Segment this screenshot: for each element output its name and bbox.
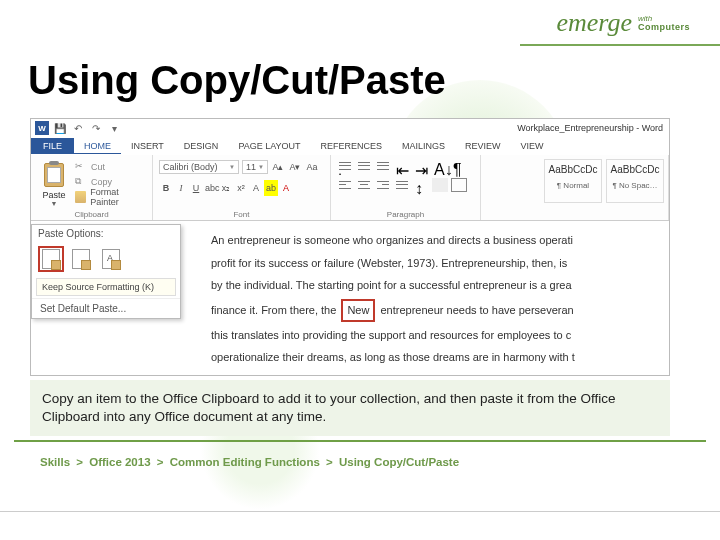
logo-underline [520,44,720,46]
paste-options-menu: Paste Options: A Keep Source Formatting … [31,224,181,319]
font-name-combo[interactable]: Calibri (Body)▼ [159,160,239,174]
justify-button[interactable] [394,178,410,192]
doc-line: An entrepreneur is someone who organizes… [211,231,657,250]
group-label: Clipboard [31,210,152,219]
tab-view[interactable]: VIEW [511,139,554,153]
superscript-button[interactable]: x² [234,180,248,196]
strikethrough-button[interactable]: abc [204,180,218,196]
tab-review[interactable]: REVIEW [455,139,511,153]
section-divider [14,440,706,442]
style-no-spacing[interactable]: AaBbCcDc ¶ No Spac… [606,159,664,203]
crumb: Common Editing Functions [170,456,320,468]
bullets-button[interactable] [337,159,353,173]
chevron-down-icon: ▼ [229,164,235,170]
chevron-down-icon: ▼ [258,164,264,170]
italic-button[interactable]: I [174,180,188,196]
subscript-button[interactable]: x₂ [219,180,233,196]
align-center-button[interactable] [356,178,372,192]
doc-line: by the individual. The starting point fo… [211,276,657,295]
numbering-button[interactable] [356,159,372,173]
chevron-down-icon[interactable]: ▼ [35,200,73,207]
doc-line: this translates into providing the suppo… [211,326,657,345]
inserted-text-highlight: New [341,299,375,322]
breadcrumb: Skills > Office 2013 > Common Editing Fu… [40,456,459,468]
ribbon-tabs: FILE HOME INSERT DESIGN PAGE LAYOUT REFE… [31,137,669,155]
brand-logo: emerge with Computers [556,8,690,38]
save-icon[interactable]: 💾 [53,121,67,135]
change-case-button[interactable]: Aa [305,159,319,175]
paste-keep-source-button[interactable] [38,246,64,272]
shading-button[interactable] [432,178,448,192]
borders-button[interactable] [451,178,467,192]
show-marks-button[interactable]: ¶ [451,159,467,173]
cut-button[interactable]: ✂Cut [75,159,146,174]
crumb-sep: > [157,456,164,468]
paragraph-group: ⇤ ⇥ A↓ ¶ ↕ Paragraph [331,155,481,220]
crumb: Skills [40,456,70,468]
shrink-font-button[interactable]: A▾ [288,159,302,175]
crumb-sep: > [76,456,83,468]
doc-line: operationalize their dreams, as long as … [211,348,657,367]
highlight-button[interactable]: ab [264,180,278,196]
text-effects-button[interactable]: A [249,180,263,196]
tab-mailings[interactable]: MAILINGS [392,139,455,153]
group-label: Font [153,210,330,219]
crumb-sep: > [326,456,333,468]
bold-button[interactable]: B [159,180,173,196]
paste-button[interactable]: Paste ▼ [35,157,73,218]
crumb: Office 2013 [89,456,150,468]
quick-access-toolbar: W 💾 ↶ ↷ ▾ Workplace_Entrepreneurship - W… [31,119,669,137]
footer-rule [0,511,720,512]
crumb: Using Copy/Cut/Paste [339,456,459,468]
word-screenshot: W 💾 ↶ ↷ ▾ Workplace_Entrepreneurship - W… [30,118,670,376]
undo-icon[interactable]: ↶ [71,121,85,135]
ribbon: Paste ▼ ✂Cut ⧉Copy Format Painter Clipbo… [31,155,669,221]
font-group: Calibri (Body)▼ 11▼ A▴ A▾ Aa B I U abc x… [153,155,331,220]
align-right-button[interactable] [375,178,391,192]
tab-file[interactable]: FILE [31,138,74,154]
style-normal[interactable]: AaBbCcDc ¶ Normal [544,159,602,203]
tab-insert[interactable]: INSERT [121,139,174,153]
multilevel-button[interactable] [375,159,391,173]
doc-line: finance it. From there, the New entrepre… [211,299,657,322]
word-app-icon[interactable]: W [35,121,49,135]
doc-line: profit for its success or failure (Webst… [211,254,657,273]
brush-icon [75,191,86,203]
align-left-button[interactable] [337,178,353,192]
caption-box: Copy an item to the Office Clipboard to … [30,380,670,436]
logo-subtext: with Computers [638,15,690,32]
paste-options-header: Paste Options: [32,225,180,242]
underline-button[interactable]: U [189,180,203,196]
paste-tooltip: Keep Source Formatting (K) [36,278,176,296]
logo-text: emerge [556,8,632,38]
sort-button[interactable]: A↓ [432,159,448,173]
copy-icon: ⧉ [75,176,87,188]
tab-home[interactable]: HOME [74,139,121,154]
document-title: Workplace_Entrepreneurship - Word [517,123,663,133]
group-label: Paragraph [331,210,480,219]
font-size-combo[interactable]: 11▼ [242,160,268,174]
redo-icon[interactable]: ↷ [89,121,103,135]
paste-label: Paste [35,190,73,200]
clipboard-group: Paste ▼ ✂Cut ⧉Copy Format Painter Clipbo… [31,155,153,220]
scissors-icon: ✂ [75,161,87,173]
tab-page-layout[interactable]: PAGE LAYOUT [228,139,310,153]
paste-text-only-button[interactable]: A [98,246,124,272]
line-spacing-button[interactable]: ↕ [413,178,429,192]
set-default-paste-item[interactable]: Set Default Paste... [32,298,180,318]
grow-font-button[interactable]: A▴ [271,159,285,175]
clipboard-small-buttons: ✂Cut ⧉Copy Format Painter [73,157,148,218]
font-color-button[interactable]: A [279,180,293,196]
increase-indent-button[interactable]: ⇥ [413,159,429,173]
qat-dropdown-icon[interactable]: ▾ [107,121,121,135]
tab-design[interactable]: DESIGN [174,139,229,153]
format-painter-button[interactable]: Format Painter [75,189,146,204]
paste-merge-button[interactable] [68,246,94,272]
tab-references[interactable]: REFERENCES [311,139,393,153]
styles-group: AaBbCcDc ¶ Normal AaBbCcDc ¶ No Spac… [481,155,669,220]
doc-line: itself. [211,371,657,376]
page-title: Using Copy/Cut/Paste [28,58,446,103]
decrease-indent-button[interactable]: ⇤ [394,159,410,173]
paste-icon [42,161,66,189]
